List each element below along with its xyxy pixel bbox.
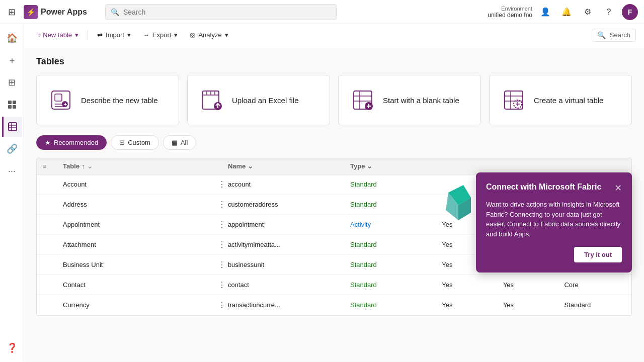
fabric-popup-title: Connect with Microsoft Fabric — [486, 183, 601, 192]
fabric-logo — [438, 183, 478, 223]
card-blank-label: Start with a blank table — [383, 96, 459, 105]
fabric-close-button[interactable]: ✕ — [614, 183, 622, 194]
fabric-try-button[interactable]: Try it out — [574, 247, 622, 262]
row-more-menu[interactable]: ⋮ — [216, 300, 228, 310]
import-icon: ⇌ — [97, 31, 103, 39]
svg-text:✦: ✦ — [63, 102, 67, 107]
new-table-label: + New table — [37, 31, 72, 39]
col-type-header[interactable]: Type ⌄ — [350, 162, 442, 170]
row-more-menu[interactable]: ⋮ — [216, 280, 228, 290]
analyze-button[interactable]: ◎ Analyze ▾ — [185, 28, 233, 42]
card-upload-label: Upload an Excel file — [232, 96, 299, 105]
tab-recommended-label: Recommended — [54, 139, 98, 146]
row-type: Standard — [350, 261, 442, 268]
global-search[interactable]: 🔍 — [105, 4, 337, 20]
sidebar-bottom: ❓ — [2, 338, 22, 358]
search-input[interactable] — [123, 8, 331, 16]
card-describe-label: Describe the new table — [81, 96, 158, 105]
row-c6: Core — [564, 281, 625, 289]
sidebar-item-solutions[interactable] — [2, 95, 22, 115]
sidebar-item-help[interactable]: ❓ — [2, 338, 22, 358]
sidebar-item-home[interactable]: 🏠 — [2, 28, 22, 48]
svg-rect-3 — [13, 105, 16, 109]
chevron-down-icon-4: ▾ — [225, 31, 228, 39]
toolbar-separator-1 — [88, 30, 88, 40]
cards-row: ✦ Describe the new table — [36, 75, 632, 125]
logo-icon: ⚡ — [24, 5, 38, 19]
row-type: Standard — [350, 201, 442, 208]
grid-menu-icon[interactable]: ⊞ — [6, 5, 18, 20]
sidebar-item-apps[interactable]: ⊞ — [2, 72, 22, 93]
main-toolbar: + New table ▾ ⇌ Import ▾ → Export ▾ ◎ An… — [24, 24, 644, 46]
col-name-header[interactable]: Name ⌄ — [228, 162, 350, 170]
row-table-name: Contact — [63, 281, 216, 289]
tab-custom[interactable]: ⊞ Custom — [111, 135, 159, 150]
row-more-menu[interactable]: ⋮ — [216, 179, 228, 189]
tab-all[interactable]: ▦ All — [163, 135, 196, 150]
environment-name: unified demo fno — [488, 12, 532, 19]
describe-icon: ✦ — [49, 88, 73, 112]
blank-icon — [351, 88, 375, 112]
search-icon-toolbar: 🔍 — [597, 31, 606, 39]
main-content: + New table ▾ ⇌ Import ▾ → Export ▾ ◎ An… — [24, 24, 644, 362]
settings-icon[interactable]: ⚙ — [580, 4, 596, 20]
virtual-icon — [502, 88, 526, 112]
row-type: Standard — [350, 241, 442, 248]
notification-icon[interactable]: 🔔 — [558, 4, 575, 20]
col-table-header[interactable]: Table ↑ ⌄ — [63, 162, 216, 170]
row-type: Standard — [350, 301, 442, 309]
help-icon[interactable]: ? — [601, 4, 617, 20]
row-table-name: Account — [63, 180, 216, 188]
export-icon: → — [143, 31, 149, 39]
sidebar-item-connections[interactable]: 🔗 — [2, 139, 22, 159]
grid-icon: ⊞ — [119, 139, 125, 146]
import-button[interactable]: ⇌ Import ▾ — [92, 28, 136, 42]
table-row[interactable]: Contact ⋮ contact Standard Yes Yes Core — [37, 275, 631, 295]
row-type: Standard — [350, 180, 442, 188]
tab-all-label: All — [181, 139, 188, 146]
row-name: contact — [228, 281, 350, 289]
row-name: appointment — [228, 221, 350, 228]
card-virtual[interactable]: Create a virtual table — [489, 75, 632, 125]
card-describe[interactable]: ✦ Describe the new table — [36, 75, 179, 125]
export-button[interactable]: → Export ▾ — [138, 28, 183, 42]
svg-rect-28 — [505, 91, 523, 109]
sidebar-item-create[interactable]: ＋ — [2, 50, 22, 70]
row-more-menu[interactable]: ⋮ — [216, 200, 228, 209]
card-upload[interactable]: Upload an Excel file — [187, 75, 330, 125]
sidebar-item-more[interactable]: ··· — [2, 161, 22, 181]
row-c6: Standard — [564, 301, 625, 309]
table-row[interactable]: Currency ⋮ transactioncurre... Standard … — [37, 295, 631, 315]
filter-tabs: ★ Recommended ⊞ Custom ▦ All — [36, 135, 632, 150]
user-icon-btn[interactable]: 👤 — [537, 4, 553, 20]
card-blank[interactable]: Start with a blank table — [338, 75, 481, 125]
sidebar-item-tables[interactable] — [2, 117, 22, 137]
fabric-popup: Connect with Microsoft Fabric ✕ Want to … — [476, 172, 632, 273]
import-label: Import — [106, 31, 124, 39]
page-title: Tables — [36, 56, 632, 67]
analyze-label: Analyze — [198, 31, 221, 39]
row-name: activitymimeatta... — [228, 241, 350, 248]
row-name: customeraddress — [228, 201, 350, 208]
svg-rect-0 — [8, 101, 12, 104]
environment-info: Environment unified demo fno — [488, 6, 532, 19]
svg-rect-9 — [55, 94, 62, 101]
row-table-name: Attachment — [63, 241, 216, 248]
environment-label: Environment — [501, 6, 532, 12]
row-more-menu[interactable]: ⋮ — [216, 260, 228, 269]
new-table-button[interactable]: + New table ▾ — [32, 28, 84, 42]
row-more-menu[interactable]: ⋮ — [216, 240, 228, 249]
row-c4: Yes — [442, 301, 503, 309]
avatar[interactable]: F — [622, 4, 638, 20]
tab-custom-label: Custom — [128, 139, 150, 146]
col-list-header: ≡ — [43, 162, 63, 170]
tab-recommended[interactable]: ★ Recommended — [36, 135, 107, 150]
top-navigation: ⊞ ⚡ Power Apps 🔍 Environment unified dem… — [0, 0, 644, 24]
row-more-menu[interactable]: ⋮ — [216, 220, 228, 229]
analyze-icon: ◎ — [190, 31, 195, 39]
row-name: businessunit — [228, 261, 350, 268]
toolbar-search[interactable]: 🔍 Search — [592, 29, 636, 42]
row-table-name: Appointment — [63, 221, 216, 228]
search-icon: 🔍 — [111, 8, 119, 16]
row-c5: Yes — [503, 301, 565, 309]
